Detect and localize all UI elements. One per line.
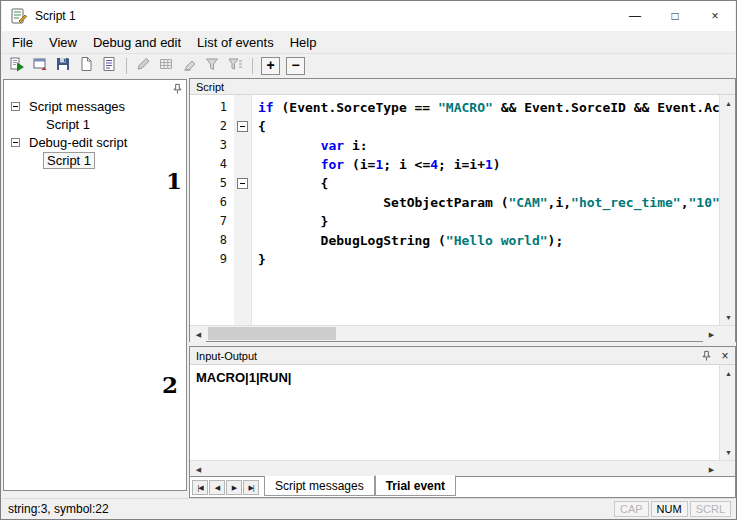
scrollbar-track[interactable]	[206, 326, 703, 341]
code-vertical-scrollbar[interactable]: ▲ ▼	[719, 95, 735, 325]
event-log-icon	[101, 56, 117, 76]
code-row: 6 SetObjectParam ("CAM",i,"hot_rec_time"…	[190, 193, 719, 212]
run-script-button[interactable]	[6, 56, 28, 76]
code-line[interactable]: DebugLogString ("Hello world");	[252, 231, 719, 250]
pin-icon[interactable]	[701, 350, 713, 362]
tree-item-script-messages[interactable]: Script messages	[4, 98, 186, 116]
menu-item-debug-and-edit[interactable]: Debug and edit	[85, 32, 189, 53]
code-line[interactable]: for (i=1; i <=4; i=i+1)	[252, 155, 719, 174]
zoom-in-button[interactable]: +	[261, 57, 280, 75]
scroll-up-icon: ▲	[725, 370, 731, 377]
collapse-icon[interactable]	[11, 102, 20, 111]
code-horizontal-scrollbar[interactable]: ◀ ▶	[190, 325, 735, 341]
io-vertical-scrollbar[interactable]: ▲ ▼	[719, 365, 735, 460]
scroll-down-button[interactable]: ▼	[720, 444, 735, 460]
panel-close-icon[interactable]: ×	[719, 350, 731, 362]
tab-script-messages[interactable]: Script messages	[264, 476, 375, 496]
event-log-button[interactable]	[98, 56, 120, 76]
code-line[interactable]: {	[252, 174, 719, 193]
tree-item-label: Debug-edit script	[26, 135, 130, 150]
scroll-right-icon: ▶	[709, 331, 713, 338]
status-bar: string:3, symbol:22 CAPNUMSCRL	[2, 498, 735, 518]
minimize-button[interactable]: —	[615, 1, 655, 31]
filter-events-icon	[227, 56, 243, 76]
collapse-icon[interactable]	[11, 138, 20, 147]
scroll-down-button[interactable]: ▼	[720, 309, 735, 325]
fold-collapse-icon[interactable]	[237, 178, 248, 189]
tree-item-debug-edit-script[interactable]: Debug-edit script	[4, 134, 186, 152]
run-script-icon	[9, 56, 25, 76]
script-editor-panel: Script 1if (Event.SorceType == "MACRO" &…	[189, 78, 736, 342]
nav-prev-button[interactable]: ◀	[209, 480, 225, 495]
scroll-left-button[interactable]: ◀	[190, 326, 206, 342]
pin-icon[interactable]	[172, 81, 183, 93]
annotation-2: 2	[162, 371, 178, 398]
scrollbar-track[interactable]	[720, 381, 735, 444]
code-line[interactable]: if (Event.SorceType == "MACRO" && Event.…	[252, 98, 719, 117]
code-line[interactable]: }	[252, 212, 719, 231]
menu-item-view[interactable]: View	[41, 32, 85, 53]
tab-nav-buttons: |◀◀▶▶|	[190, 476, 264, 497]
nav-first-button[interactable]: |◀	[192, 480, 208, 495]
erase-button[interactable]	[178, 56, 200, 76]
tree-panel-grip	[4, 80, 186, 93]
nav-last-button[interactable]: ▶|	[243, 480, 259, 495]
nav-next-button[interactable]: ▶	[226, 480, 242, 495]
tree-item-script-1[interactable]: Script 1	[4, 152, 186, 170]
line-number: 2	[190, 117, 234, 136]
scrollbar-thumb[interactable]	[208, 327, 336, 340]
scroll-up-icon: ▲	[725, 100, 731, 107]
scrollbar-track[interactable]	[720, 111, 735, 309]
annotation-1: 1	[166, 167, 182, 194]
code-line[interactable]: }	[252, 250, 719, 269]
io-console[interactable]: MACRO|1|RUN|	[190, 365, 719, 460]
scroll-right-icon: ▶	[709, 466, 713, 473]
scroll-up-button[interactable]: ▲	[720, 365, 735, 381]
fold-margin-cell	[234, 231, 252, 250]
code-line[interactable]: {	[252, 117, 719, 136]
menu-item-file[interactable]: File	[4, 32, 41, 53]
edit-button[interactable]	[132, 56, 154, 76]
close-button[interactable]: ×	[695, 1, 735, 31]
grid-icon	[158, 56, 174, 76]
scrollbar-track[interactable]	[206, 461, 703, 476]
window-controls: — □ ×	[615, 1, 735, 31]
fold-margin-cell	[234, 98, 252, 117]
scroll-left-button[interactable]: ◀	[190, 461, 206, 477]
code-row: 9}	[190, 250, 719, 269]
line-number: 6	[190, 193, 234, 212]
load-to-device-button[interactable]	[29, 56, 51, 76]
zoom-out-button[interactable]: −	[286, 57, 305, 75]
save-button[interactable]	[52, 56, 74, 76]
grid-button[interactable]	[155, 56, 177, 76]
line-number: 1	[190, 98, 234, 117]
new-document-button[interactable]	[75, 56, 97, 76]
io-horizontal-scrollbar[interactable]: ◀ ▶	[190, 460, 735, 476]
maximize-button[interactable]: □	[655, 1, 695, 31]
app-icon	[10, 7, 28, 25]
code-row: 2{	[190, 117, 719, 136]
code-line[interactable]: var i:	[252, 136, 719, 155]
code-row: 4 for (i=1; i <=4; i=i+1)	[190, 155, 719, 174]
code-row: 7 }	[190, 212, 719, 231]
code-row: 3 var i:	[190, 136, 719, 155]
fold-margin-cell	[234, 212, 252, 231]
fold-collapse-icon[interactable]	[237, 121, 248, 132]
tree-item-label: Script messages	[26, 99, 128, 114]
filter-events-button[interactable]	[224, 56, 246, 76]
caret-position-status: string:3, symbol:22	[8, 502, 612, 516]
script-tree-panel: Script messagesScript 1Debug-edit script…	[3, 79, 187, 491]
menu-item-list-of-events[interactable]: List of events	[189, 32, 282, 53]
scroll-right-button[interactable]: ▶	[703, 461, 719, 477]
menu-item-help[interactable]: Help	[282, 32, 325, 53]
code-editor[interactable]: 1if (Event.SorceType == "MACRO" && Event…	[190, 95, 719, 325]
scrollbar-corner	[719, 326, 735, 342]
tree-item-script-1[interactable]: Script 1	[4, 116, 186, 134]
scroll-right-button[interactable]: ▶	[703, 326, 719, 342]
status-indicator-num: NUM	[651, 501, 688, 517]
filter-button[interactable]	[201, 56, 223, 76]
tab-trial-event[interactable]: Trial event	[375, 475, 456, 496]
code-line[interactable]: SetObjectParam ("CAM",i,"hot_rec_time","…	[252, 193, 719, 212]
scroll-up-button[interactable]: ▲	[720, 95, 735, 111]
fold-margin-cell	[234, 174, 252, 193]
